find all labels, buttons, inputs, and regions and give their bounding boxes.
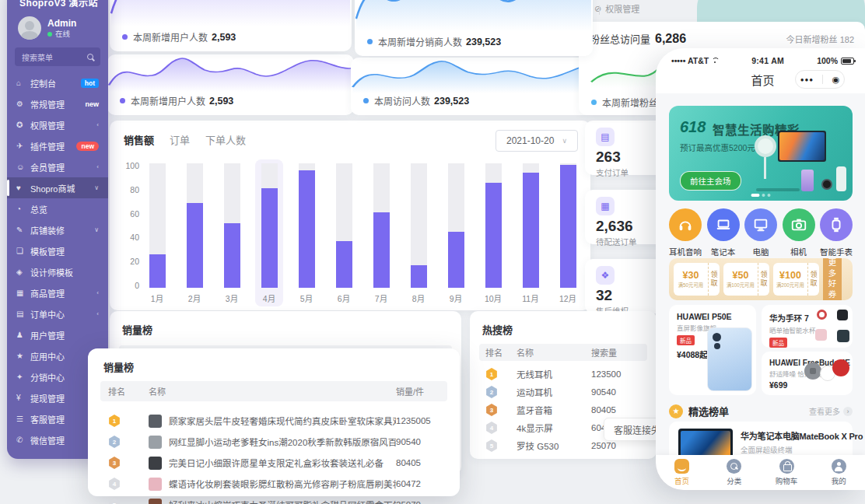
menu-search-input[interactable]: 搜索菜单 — [15, 47, 100, 66]
bar-column: 1月 — [147, 163, 167, 303]
date-select[interactable]: 2021-10-20 ∨ — [496, 130, 578, 152]
chevron-right-icon[interactable]: › — [843, 407, 853, 416]
close-target-icon[interactable]: ◉ — [832, 75, 840, 85]
coupon[interactable]: ¥100满200元可用领取 — [773, 263, 819, 296]
featured-product-subtitle: 全面屏超级终端 — [741, 444, 845, 455]
bar — [411, 265, 427, 288]
tab-cart[interactable]: 购物车 — [761, 459, 813, 486]
sidebar-item-general[interactable]: ⚙常规管理new — [7, 93, 108, 114]
bar-column: 8月 — [408, 163, 429, 303]
console-icon: ⌂ — [16, 79, 28, 87]
user-name: Admin — [47, 18, 76, 30]
breadcrumb-label[interactable]: 权限管理 — [605, 2, 639, 15]
claim-button[interactable]: 领取 — [708, 263, 720, 296]
bar-x-label: 8月 — [412, 292, 425, 303]
claim-button[interactable]: 领取 — [758, 263, 769, 296]
coupon-strip: ¥30满50元可用领取¥50满100元可用领取¥100满200元可用领取 更多好… — [669, 258, 853, 300]
banner-products-art — [753, 129, 846, 191]
category-laptop[interactable]: 笔记本 — [707, 208, 740, 257]
bar — [299, 170, 315, 288]
banner-button[interactable]: 前往主会场 — [680, 171, 741, 191]
status-bar: ••••• AT&T 9:41 AM 100% — [671, 56, 854, 65]
sidebar-item-label: 商品管理 — [30, 287, 96, 299]
bar-track — [373, 163, 390, 288]
bar-x-label: 4月 — [263, 292, 275, 303]
service-icon: ☰ — [16, 415, 28, 423]
legend-dot — [120, 98, 125, 103]
sidebar-item-template[interactable]: ❏模板管理 — [7, 240, 108, 261]
coupon-condition: 满100元可用 — [727, 282, 755, 289]
plugin-icon: ✈ — [16, 142, 28, 150]
shopro-mall-icon: ♥ — [16, 184, 28, 192]
sidebar-item-goods[interactable]: ▦商品管理‹ — [7, 282, 108, 303]
bar-track — [560, 163, 576, 288]
product-card-freebuds[interactable]: HUAWEI FreeBuds 4E 舒适降噪 恰如其妙 ¥699 — [762, 352, 853, 395]
bar-column: 3月 — [222, 163, 242, 303]
sidebar-item-overview[interactable]: ◔总览 — [7, 198, 108, 219]
product-card-band7[interactable]: 华为手环 7 晒单抽智能水杯 新品 ¥269起 — [762, 305, 853, 348]
more-icon[interactable]: ●●● — [800, 76, 814, 83]
coupon[interactable]: ¥50满100元可用领取 — [723, 263, 769, 296]
tab-order-users[interactable]: 下单人数 — [205, 132, 246, 147]
coupon-amount: ¥100 — [779, 270, 801, 281]
sidebar-item-label: 订单中心 — [30, 308, 96, 320]
permission-icon: ✪ — [16, 121, 28, 129]
product-card-p50e[interactable]: HUAWEI P50E 直屏影像旗舰 新品 ¥4088起 — [669, 305, 756, 395]
sidebar-item-designer-template[interactable]: ◈设计师模板 — [7, 261, 108, 282]
product-thumbnail — [149, 436, 162, 449]
bar-track — [224, 163, 240, 288]
rank-medal-icon: 1 — [485, 368, 498, 380]
designer-template-icon: ◈ — [16, 268, 28, 276]
sidebar-item-label: Shopro商城 — [30, 182, 94, 194]
category-camera[interactable]: 相机 — [783, 208, 815, 257]
bar-column: 7月 — [371, 163, 391, 303]
bar-track — [411, 163, 427, 288]
legend-dot — [363, 98, 369, 103]
user-icon: ♟ — [16, 331, 28, 339]
rank-medal-icon: 1 — [108, 415, 121, 427]
withdraw-icon: ¥ — [16, 394, 28, 402]
more-coupons-button[interactable]: 更多好券 — [823, 258, 842, 300]
see-more-link[interactable]: 查看更多 — [809, 405, 840, 417]
product-name: HUAWEI P50E — [677, 312, 748, 321]
category-monitor[interactable]: 电脑 — [744, 208, 777, 257]
tab-profile[interactable]: 我的 — [813, 459, 865, 486]
miniprogram-capsule[interactable]: ●●● ◉ — [795, 70, 845, 89]
category-headphones[interactable]: 耳机音响 — [669, 208, 702, 257]
sidebar-item-permission[interactable]: ✪权限管理‹ — [7, 114, 108, 135]
carousel-dots[interactable] — [751, 194, 771, 197]
tab-home[interactable]: 首页 — [656, 459, 708, 486]
sidebar-item-user[interactable]: ♟用户管理 — [7, 324, 108, 345]
bar-x-label: 11月 — [522, 292, 538, 303]
sidebar-item-order-center[interactable]: ▤订单中心‹ — [7, 303, 108, 324]
tab-orders[interactable]: 订单 — [170, 132, 190, 147]
mini-chart-card-new-users-back: 本周新增用户人数2,593 — [107, 54, 354, 115]
new-badge: new — [76, 142, 99, 151]
sidebar-item-label: 权限管理 — [30, 119, 96, 131]
claim-button[interactable]: 领取 — [807, 263, 819, 296]
tab-category[interactable]: 分类 — [708, 459, 760, 486]
tab-sales[interactable]: 销售额 — [124, 132, 154, 147]
sales-count: 1235005 — [396, 416, 447, 425]
coupon[interactable]: ¥30满50元可用领取 — [674, 263, 720, 296]
product-thumbnail — [149, 499, 162, 504]
product-name: 网红显脚小运动老爹鞋女ins潮2020秋季新款韩版原宿风百搭休闲鞋 — [169, 436, 396, 448]
sidebar-item-store-decor[interactable]: ✎店铺装修∨ — [7, 219, 108, 240]
sidebar-item-console[interactable]: ⌂控制台hot — [7, 72, 108, 93]
bar-track — [336, 163, 352, 288]
ban-icon: ⊘ — [594, 4, 601, 14]
banner-brand: 618 — [680, 118, 706, 136]
fans-right-value: 182 — [840, 35, 854, 44]
category-label: 相机 — [790, 246, 807, 257]
sidebar-item-shopro-mall[interactable]: ♥Shopro商城∨ — [7, 177, 108, 198]
category-watch[interactable]: 智能手表 — [820, 208, 853, 257]
promo-banner[interactable]: 618 智慧生活购精彩 预订最高优惠5200元 前往主会场 — [669, 106, 853, 201]
laptop-icon — [707, 208, 740, 241]
home-icon — [674, 459, 689, 474]
coupon-amount: ¥50 — [733, 270, 749, 281]
bar-track — [485, 163, 502, 288]
sidebar-item-member[interactable]: ☺会员管理‹ — [7, 156, 108, 177]
clock: 9:41 AM — [751, 56, 784, 65]
sales-rank-row: 5好利来冰山熔岩巧克力圣诞纯可可脂礼盒甜品网红零食下午茶25070 — [100, 495, 447, 504]
sidebar-item-plugin[interactable]: ✈插件管理new — [7, 135, 108, 156]
